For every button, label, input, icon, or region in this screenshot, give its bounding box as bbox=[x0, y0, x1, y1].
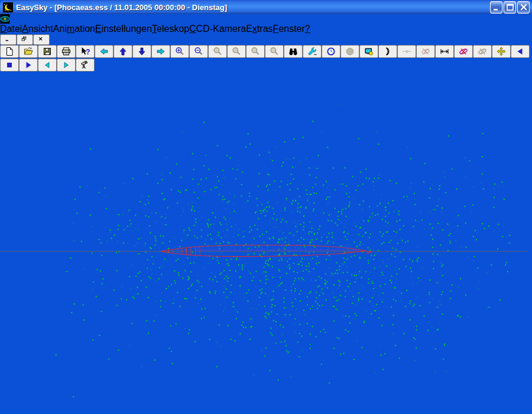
sky-view-canvas[interactable]: ErdeSonneMerkurVenusMars bbox=[0, 72, 532, 414]
telescope-button[interactable] bbox=[76, 59, 95, 72]
zoom-out-button[interactable] bbox=[189, 45, 208, 58]
zoom-in-icon bbox=[175, 47, 184, 56]
search-object-button[interactable] bbox=[284, 45, 303, 58]
ellipse-cross-gray-icon bbox=[421, 47, 430, 56]
monitor-sun-icon bbox=[364, 47, 374, 56]
new-document-icon bbox=[5, 47, 14, 56]
arrow-up-blue-icon bbox=[118, 47, 128, 56]
window-controls bbox=[489, 1, 530, 14]
arrow-left-cyan-icon bbox=[99, 47, 109, 56]
close-button[interactable] bbox=[517, 1, 530, 14]
toolbar: ? bbox=[0, 45, 532, 72]
planet-disc-button bbox=[340, 45, 359, 58]
mdi-close-button[interactable] bbox=[33, 34, 50, 45]
zoom-preset-4-button bbox=[265, 45, 284, 58]
clock-icon bbox=[326, 47, 336, 56]
title-bar[interactable]: EasySky - [Phocaeas.ess / 11.01.2005 00:… bbox=[0, 0, 532, 14]
animation-stop-button[interactable] bbox=[0, 59, 19, 72]
asteroid-orbits-button[interactable] bbox=[454, 45, 473, 58]
mdi-window-controls bbox=[0, 34, 532, 45]
pan-down-button[interactable] bbox=[132, 45, 151, 58]
arrow-right-cyan-icon bbox=[156, 47, 166, 56]
menu-item-ansicht[interactable]: Ansicht bbox=[22, 24, 53, 34]
zoom-out-icon bbox=[194, 47, 203, 56]
play-backward-icon bbox=[515, 47, 525, 56]
menu-item-teleskop[interactable]: Teleskop bbox=[152, 24, 189, 34]
dotted-track-gray-icon bbox=[402, 47, 411, 56]
zoom-in-button[interactable] bbox=[170, 45, 189, 58]
print-button[interactable] bbox=[57, 45, 76, 58]
pan-right-button[interactable] bbox=[151, 45, 170, 58]
binoculars-icon bbox=[288, 47, 298, 56]
animate-backward-button[interactable] bbox=[511, 45, 530, 58]
track-dots-button bbox=[397, 45, 416, 58]
context-help-icon: ? bbox=[80, 47, 90, 56]
orbit-cross-gray-icon bbox=[478, 47, 487, 56]
stop-icon bbox=[5, 60, 14, 70]
new-button[interactable] bbox=[0, 45, 19, 58]
set-time-button[interactable] bbox=[322, 45, 340, 58]
options-button[interactable] bbox=[303, 45, 322, 58]
menu-items: DateiAnsichtAnimationEinstellungenTelesk… bbox=[0, 24, 532, 34]
easysky-window: EasySky - [Phocaeas.ess / 11.01.2005 00:… bbox=[0, 0, 532, 414]
magnifier-gray-icon bbox=[251, 47, 260, 56]
pan-left-button[interactable] bbox=[95, 45, 113, 58]
play-forward-icon bbox=[24, 60, 33, 70]
window-title: EasySky - [Phocaeas.ess / 11.01.2005 00:… bbox=[16, 3, 489, 12]
crescent-moon-icon bbox=[383, 47, 392, 56]
menu-item-fenster[interactable]: Fenster bbox=[273, 24, 305, 34]
printer-icon bbox=[61, 47, 71, 56]
step-backward-button[interactable] bbox=[38, 59, 57, 72]
open-button[interactable] bbox=[19, 45, 38, 58]
animate-forward-button[interactable] bbox=[19, 59, 38, 72]
wrench-icon bbox=[307, 47, 317, 56]
orbit-off-button bbox=[416, 45, 435, 58]
minimize-button[interactable] bbox=[490, 1, 502, 14]
magnifier-gray-icon bbox=[213, 47, 222, 56]
menu-bar: DateiAnsichtAnimationEinstellungenTelesk… bbox=[0, 14, 532, 45]
menu-item-einstellungen[interactable]: Einstellungen bbox=[95, 24, 152, 34]
zoom-preset-3-button bbox=[246, 45, 265, 58]
save-floppy-icon bbox=[43, 47, 52, 56]
mdi-minimize-button[interactable] bbox=[0, 34, 17, 45]
moon-phase-button[interactable] bbox=[378, 45, 397, 58]
center-object-button[interactable] bbox=[492, 45, 511, 58]
telescope-icon bbox=[80, 60, 90, 70]
comet-orbits-button bbox=[473, 45, 492, 58]
mdi-restore-button[interactable] bbox=[17, 34, 33, 45]
pan-up-button[interactable] bbox=[113, 45, 132, 58]
step-backward-icon bbox=[43, 60, 52, 70]
gray-circle-icon bbox=[345, 47, 355, 56]
save-button[interactable] bbox=[38, 45, 57, 58]
easysky-logo-icon[interactable] bbox=[3, 2, 13, 12]
menu-item-animation[interactable]: Animation bbox=[53, 24, 95, 34]
menu-item-?[interactable]: ? bbox=[305, 24, 310, 34]
orbits-and-stars-layer bbox=[0, 72, 527, 414]
menu-item-datei[interactable]: Datei bbox=[0, 24, 22, 34]
step-forward-icon bbox=[61, 60, 71, 70]
move-arrows-yellow-icon bbox=[497, 47, 506, 56]
menu-item-extras[interactable]: Extras bbox=[246, 24, 273, 34]
context-help-button[interactable]: ? bbox=[76, 45, 95, 58]
horizon-view-button[interactable] bbox=[359, 45, 378, 58]
open-folder-icon bbox=[24, 47, 33, 56]
step-forward-button[interactable] bbox=[57, 59, 76, 72]
magnifier-gray-icon bbox=[232, 47, 241, 56]
measure-arrow-icon bbox=[440, 47, 449, 56]
orbit-cross-magenta-icon bbox=[459, 47, 468, 56]
field-width-button[interactable] bbox=[435, 45, 454, 58]
maximize-button[interactable] bbox=[504, 1, 516, 14]
magnifier-gray-icon bbox=[270, 47, 279, 56]
sky-document-icon[interactable] bbox=[0, 14, 532, 24]
svg-text:?: ? bbox=[86, 48, 90, 56]
arrow-down-blue-icon bbox=[137, 47, 147, 56]
menu-item-ccd-kamera[interactable]: CCD-Kamera bbox=[189, 24, 246, 34]
zoom-preset-1-button bbox=[208, 45, 227, 58]
zoom-preset-2-button bbox=[227, 45, 246, 58]
